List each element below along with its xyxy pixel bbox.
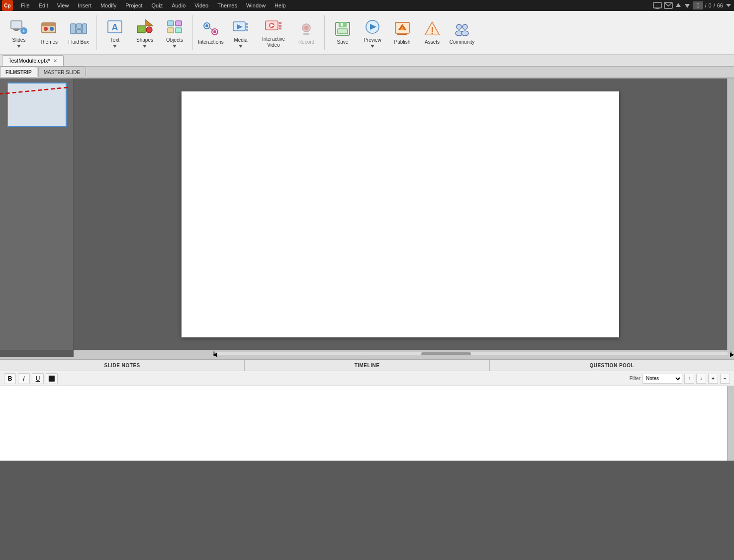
master-slide-tab-label: MASTER SLIDE [44, 70, 80, 75]
master-slide-tab[interactable]: MASTER SLIDE [38, 67, 86, 78]
svg-rect-8 [13, 29, 20, 30]
document-tabstrip: TestModule.cptx* ✕ [0, 55, 734, 67]
slide-notes-tab[interactable]: SLIDE NOTES [0, 360, 245, 371]
menu-file[interactable]: File [17, 1, 34, 9]
notes-remove-button[interactable]: − [720, 374, 730, 384]
preview-icon [364, 18, 381, 36]
objects-label: Objects [166, 37, 183, 43]
interactive-video-label: Interactive Video [257, 36, 290, 48]
underline-button[interactable]: U [32, 373, 44, 384]
slide-canvas [182, 91, 619, 337]
arrow-down-icon [684, 2, 691, 9]
underline-icon: U [36, 375, 40, 382]
canvas-area [74, 79, 727, 350]
notes-add-button[interactable]: + [708, 374, 718, 384]
assets-label: Assets [425, 39, 440, 45]
menu-help[interactable]: Help [271, 1, 290, 9]
svg-line-35 [209, 27, 213, 31]
notes-scrollbar[interactable] [727, 386, 734, 461]
h-scroll-thumb[interactable] [421, 352, 471, 355]
menu-video[interactable]: Video [190, 1, 212, 9]
separator-3 [324, 15, 325, 50]
svg-rect-63 [397, 34, 407, 35]
app-logo: Cp [2, 0, 13, 11]
save-icon [334, 20, 352, 38]
media-label: Media [234, 37, 247, 43]
vertical-scrollbar[interactable] [727, 79, 734, 350]
svg-rect-31 [176, 28, 182, 33]
save-button[interactable]: Save [328, 13, 358, 52]
menu-themes[interactable]: Themes [213, 1, 241, 9]
preview-button[interactable]: Preview [358, 13, 387, 52]
assets-button[interactable]: Assets [417, 13, 447, 52]
slide-notes-tab-label: SLIDE NOTES [104, 363, 140, 368]
menu-view[interactable]: View [53, 1, 73, 9]
svg-rect-55 [338, 29, 348, 34]
menu-quiz[interactable]: Quiz [148, 1, 167, 9]
themes-button[interactable]: Themes [34, 13, 64, 52]
interactive-video-button[interactable]: Interactive Video [256, 13, 291, 52]
shapes-button[interactable]: Shapes [130, 13, 160, 52]
svg-rect-7 [11, 21, 22, 29]
notes-text-area[interactable] [0, 386, 727, 461]
svg-marker-25 [146, 20, 153, 26]
svg-marker-5 [685, 4, 690, 8]
publish-label: Publish [394, 39, 411, 45]
objects-dropdown-icon [173, 45, 177, 48]
text-button[interactable]: A Text [100, 13, 130, 52]
h-scroll-right-btn[interactable]: ▶ [730, 351, 732, 356]
text-dropdown-icon [113, 45, 117, 48]
svg-rect-56 [341, 23, 343, 26]
svg-rect-14 [42, 23, 56, 26]
svg-rect-28 [168, 21, 174, 26]
question-pool-tab[interactable]: QUESTION POOL [490, 360, 734, 371]
bottom-content: B I U Filter Note [0, 371, 734, 461]
svg-rect-20 [83, 24, 87, 34]
community-label: Community [450, 39, 475, 45]
horizontal-scrollbar[interactable]: ◀ ▶ [74, 350, 734, 357]
notes-down-button[interactable]: ↓ [696, 374, 706, 384]
filmstrip-tab-label: FILMSTRIP [5, 70, 32, 75]
svg-rect-18 [77, 24, 82, 28]
record-button[interactable]: Record [291, 13, 321, 52]
main-area: FILMSTRIP MASTER SLIDE [0, 67, 734, 461]
bottom-panels: SLIDE NOTES TIMELINE QUESTION POOL B I U [0, 357, 734, 461]
publish-button[interactable]: Publish [387, 13, 417, 52]
notes-filter-select[interactable]: Notes All [642, 374, 682, 384]
arrow-up-icon [675, 2, 682, 9]
media-button[interactable]: Media [226, 13, 256, 52]
counter-total-left: 0 [709, 2, 712, 8]
menu-window[interactable]: Window [242, 1, 270, 9]
svg-point-51 [304, 26, 308, 30]
italic-button[interactable]: I [18, 373, 30, 384]
media-icon [232, 18, 250, 36]
slide-thumbnail-1[interactable] [7, 82, 67, 127]
filmstrip-panel [0, 79, 74, 350]
notes-up-button[interactable]: ↑ [684, 374, 694, 384]
filmstrip-tab[interactable]: FILMSTRIP [0, 67, 37, 78]
fluid-box-button[interactable]: Fluid Box [64, 13, 93, 52]
timeline-tab-label: TIMELINE [355, 363, 380, 368]
svg-marker-6 [726, 4, 731, 7]
menu-audio[interactable]: Audio [168, 1, 189, 9]
menu-insert[interactable]: Insert [74, 1, 95, 9]
menu-project[interactable]: Project [121, 1, 146, 9]
document-tab-testmodule[interactable]: TestModule.cptx* ✕ [2, 55, 64, 66]
svg-point-67 [432, 33, 433, 34]
publish-icon [393, 20, 411, 38]
bold-button[interactable]: B [4, 373, 16, 384]
slides-button[interactable]: + Slides [4, 13, 34, 52]
svg-rect-49 [279, 28, 281, 30]
h-scroll-left-btn[interactable]: ◀ [213, 351, 215, 356]
menu-edit[interactable]: Edit [35, 1, 52, 9]
interactions-button[interactable]: Interactions [196, 13, 226, 52]
notes-toolbar: B I U Filter Note [0, 371, 734, 386]
svg-line-72 [0, 87, 68, 99]
community-button[interactable]: Community [447, 13, 477, 52]
objects-button[interactable]: Objects [160, 13, 189, 52]
text-color-button[interactable] [46, 373, 58, 384]
menu-modify[interactable]: Modify [96, 1, 120, 9]
close-tab-icon[interactable]: ✕ [53, 58, 57, 64]
svg-rect-0 [653, 2, 661, 8]
record-label: Record [298, 39, 314, 45]
